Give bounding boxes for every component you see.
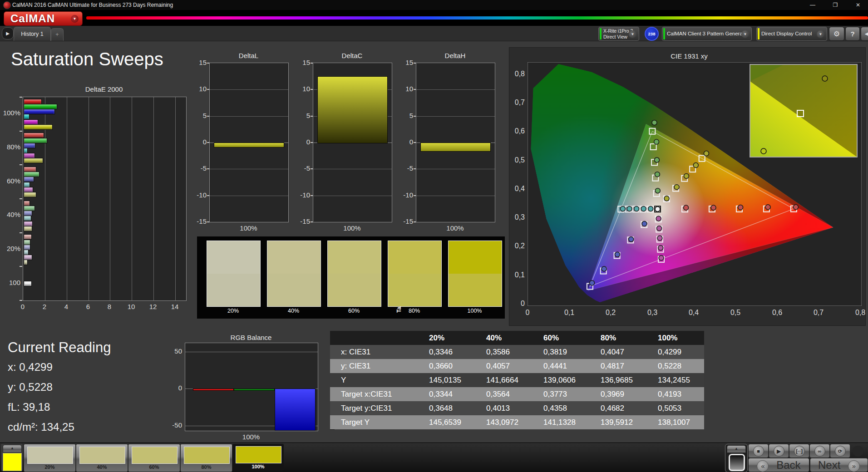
loop-icon-face: ⟳: [835, 446, 846, 457]
meter-count-badge[interactable]: 238: [645, 27, 659, 41]
mini-plot-area: [209, 63, 289, 222]
cie-chart-title: CIE 1931 xy: [644, 52, 735, 60]
table-cell: 0,3660: [423, 359, 480, 373]
axis-tick: [311, 89, 313, 90]
axis-tick: [20, 232, 22, 233]
datapoint-cell-80%[interactable]: 80%: [180, 444, 232, 472]
cie-measured-marker-blue: [615, 252, 620, 257]
deltae-x-tick: 8: [103, 303, 116, 310]
table-cell: 139,5912: [594, 415, 651, 429]
close-button[interactable]: ✕: [848, 0, 868, 10]
mini-y-tick: 15: [190, 59, 207, 66]
mini-chart-title: DeltaH: [407, 52, 503, 59]
datapoint-label: 20%: [24, 464, 75, 470]
axis-tick: [20, 300, 22, 301]
minimize-button[interactable]: —: [803, 0, 823, 10]
tab-history-1[interactable]: History 1: [14, 27, 51, 41]
cie-x-tick: 0: [518, 309, 537, 317]
chevron-down-icon: ▼: [629, 30, 636, 38]
axis-tick: [414, 142, 416, 143]
table-header-cell: 100%: [651, 331, 709, 345]
datapoint-cell-40%[interactable]: 40%: [76, 444, 128, 472]
display-control-selector[interactable]: Direct Display Control ▼: [756, 27, 827, 41]
continuous-icon[interactable]: ∞: [809, 444, 830, 458]
play-icon[interactable]: ▶: [769, 444, 789, 458]
reading-value: 134,25: [41, 421, 74, 433]
datapoint-cell-60%[interactable]: 60%: [128, 444, 180, 472]
mini-y-tick: -5: [294, 164, 310, 172]
mini-y-tick: 10: [397, 85, 413, 93]
cie-x-tick: 0,8: [851, 309, 868, 317]
deltae-bar: [24, 192, 36, 197]
read-stop-button[interactable]: [729, 454, 745, 471]
rgb-plot-area: [185, 343, 318, 431]
table-cell: 0,5228: [651, 359, 709, 373]
bottom-bar: ▲ ▲ « Back Next » 20%40%60%80%100%■▶[··]…: [0, 442, 868, 472]
axis-tick: [311, 221, 313, 222]
help-icon[interactable]: ?: [845, 27, 860, 41]
settings-gear-icon[interactable]: ⚙: [829, 27, 844, 41]
back-button[interactable]: « Back: [748, 458, 809, 472]
table-cell: 0,3773: [537, 387, 594, 401]
table-cell: 138,1007: [651, 415, 709, 429]
restore-button[interactable]: ❐: [825, 0, 845, 10]
calman-menu-button[interactable]: CalMAN ▼: [4, 11, 83, 26]
scroll-up-icon[interactable]: ▲: [3, 445, 22, 452]
stop-icon[interactable]: ■: [748, 444, 769, 458]
deltae-bar: [24, 124, 53, 130]
datapoint-cell-100%[interactable]: 100%: [232, 444, 284, 471]
table-cell: 0,4057: [480, 359, 537, 373]
source-selector[interactable]: CalMAN Client 3 Pattern Generator ▼: [662, 27, 752, 41]
cie-x-tick: 0,3: [643, 309, 661, 317]
axis-tick: [311, 142, 313, 143]
table-row: Target x:CIE310,33440,35640,37730,39690,…: [330, 387, 704, 401]
mini-y-tick: 10: [294, 85, 310, 93]
loop-icon[interactable]: ⟳: [830, 444, 850, 458]
chevron-down-icon: ▼: [741, 30, 749, 38]
datapoint-label: 60%: [128, 464, 180, 470]
table-cell: 0,4193: [651, 387, 709, 401]
deltae-bar: [24, 177, 34, 182]
add-tab-button[interactable]: +: [51, 28, 64, 41]
gridline: [67, 97, 67, 300]
deltae-bar: [24, 216, 31, 221]
rgb-bar: [234, 388, 275, 391]
cie-y-tick: 0,1: [506, 271, 525, 279]
rgb-chart-title: RGB Balance: [206, 334, 296, 341]
mini-y-tick: 15: [294, 59, 310, 66]
axis-tick: [414, 168, 416, 169]
gridline: [416, 89, 495, 90]
axis-tick: [20, 198, 22, 199]
table-cell: 141,1328: [537, 415, 594, 429]
measurement-table: 20%40%60%80%100%x: CIE310,33460,35860,38…: [330, 331, 704, 430]
scroll-up-icon[interactable]: ▲: [727, 445, 746, 453]
expand-arrow-button[interactable]: ▶: [2, 27, 14, 39]
cie-measured-marker-green: [654, 157, 659, 162]
meter-status-bar: [600, 28, 602, 39]
reading-label: fL:: [8, 401, 23, 413]
series-icon[interactable]: [··]: [789, 444, 809, 458]
comparison-swatch: [388, 241, 442, 307]
axis-tick: [414, 116, 416, 117]
table-row-label: Target Y: [335, 415, 423, 429]
collapse-panel-icon[interactable]: ◀: [861, 27, 868, 41]
cie-x-tick: 0,4: [685, 309, 703, 317]
table-cell: 0,3344: [423, 387, 480, 401]
deltae-group-label: 100: [0, 279, 20, 286]
axis-tick: [207, 195, 209, 196]
table-cell: 0,4013: [480, 401, 537, 415]
mini-y-tick: -5: [397, 164, 413, 172]
table-row-label: y: CIE31: [335, 359, 423, 373]
gridline: [313, 196, 392, 196]
meter-selector[interactable]: X-Rite i1Pro 2 Direct View ▼: [598, 27, 639, 41]
inset-measured-marker: [822, 76, 828, 81]
deltae-x-tick: 6: [81, 303, 95, 310]
table-cell: 145,0135: [423, 373, 480, 387]
deltae-bar: [24, 226, 32, 231]
gridline: [110, 97, 110, 300]
datapoint-cell-20%[interactable]: 20%: [24, 444, 76, 472]
table-cell: 0,4358: [537, 401, 594, 415]
next-button[interactable]: Next »: [810, 458, 868, 472]
cie-measured-marker-white: [655, 206, 660, 211]
table-row: Y145,0135141,6664139,0606136,9685134,245…: [330, 373, 704, 387]
